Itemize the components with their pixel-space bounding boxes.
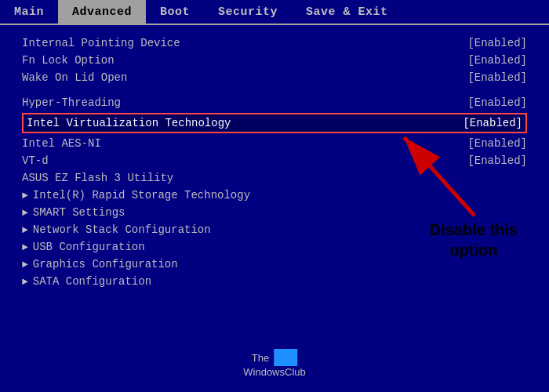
branding-text-the: The (252, 352, 269, 364)
bios-row-hyper-threading[interactable]: Hyper-Threading [Enabled] (22, 94, 527, 111)
submenu-arrow-3: ► (22, 224, 28, 236)
submenu-arrow-2: ► (22, 207, 28, 219)
bios-row-wake-on-lid[interactable]: Wake On Lid Open [Enabled] (22, 69, 527, 86)
menu-bar: Main Advanced Boot Security Save & Exit (0, 0, 549, 25)
submenu-arrow-5: ► (22, 259, 28, 270)
branding-block: The WindowsClub (243, 349, 305, 378)
bios-row-fn-lock[interactable]: Fn Lock Option [Enabled] (22, 52, 527, 69)
bios-row-internal-pointing[interactable]: Internal Pointing Device [Enabled] (22, 34, 527, 52)
annotation-text: Disable this option (430, 220, 518, 260)
svg-line-1 (404, 137, 474, 216)
submenu-arrow-6: ► (22, 276, 28, 288)
bios-row-sata-config[interactable]: ► SATA Configuration (22, 273, 527, 290)
menu-item-advanced[interactable]: Advanced (58, 0, 146, 24)
windows-club-icon (274, 349, 297, 366)
section-gap-1 (22, 86, 527, 94)
submenu-arrow-4: ► (22, 241, 28, 253)
menu-item-boot[interactable]: Boot (146, 0, 204, 24)
branding-text-windowsclub: WindowsClub (243, 366, 305, 378)
menu-item-save-exit[interactable]: Save & Exit (292, 0, 402, 24)
menu-item-security[interactable]: Security (204, 0, 292, 24)
menu-item-main[interactable]: Main (0, 0, 58, 24)
submenu-arrow-1: ► (22, 190, 28, 201)
